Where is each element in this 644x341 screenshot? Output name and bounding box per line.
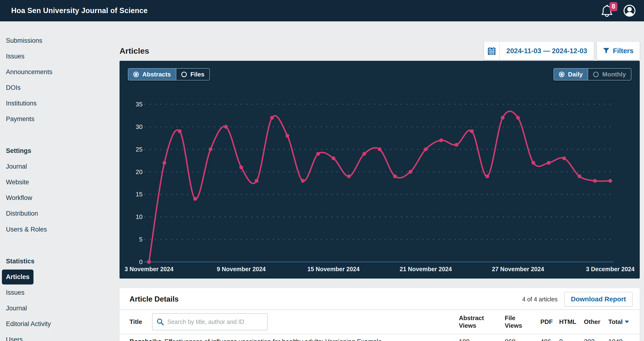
- toggle-monthly-label: Monthly: [602, 71, 626, 78]
- sidebar-item-distribution[interactable]: Distribution: [2, 206, 42, 221]
- cell-total: 1048: [608, 338, 636, 341]
- column-total-label: Total: [608, 318, 622, 326]
- column-abstract-views: Abstract Views: [459, 314, 505, 330]
- column-pdf: PDF: [540, 318, 559, 326]
- metric-toggle: Abstracts Files: [128, 68, 210, 80]
- articles-count-label: 4 of 4 articles: [522, 296, 558, 303]
- article-author: Bozsheiko: [130, 338, 162, 341]
- cell-abstract-views: 180: [459, 338, 505, 341]
- article-search-box: [152, 313, 268, 330]
- chart-controls: Abstracts Files Daily Monthly: [128, 68, 632, 80]
- cell-pdf: 486: [540, 338, 559, 341]
- calendar-icon: [488, 46, 496, 55]
- column-title: Title: [130, 318, 142, 326]
- cell-other: 382: [584, 338, 608, 341]
- sidebar-item-payments[interactable]: Payments: [2, 112, 38, 127]
- toggle-daily[interactable]: Daily: [554, 69, 588, 80]
- sidebar-item-issues[interactable]: Issues: [2, 49, 28, 64]
- column-file-views: File Views: [505, 314, 540, 330]
- svg-text:15 November 2024: 15 November 2024: [308, 266, 360, 272]
- svg-text:27 November 2024: 27 November 2024: [492, 266, 544, 272]
- sidebar: Submissions Issues Announcements DOIs In…: [0, 21, 120, 341]
- sidebar-item-submissions[interactable]: Submissions: [2, 33, 46, 48]
- toggle-monthly[interactable]: Monthly: [588, 69, 631, 80]
- sidebar-item-stats-users[interactable]: Users: [2, 332, 27, 341]
- filter-icon: [603, 48, 609, 54]
- radio-selected-icon: [133, 72, 139, 77]
- abstract-views-chart-panel: Abstracts Files Daily Monthly: [120, 61, 640, 279]
- calendar-icon-cell: [484, 42, 500, 60]
- sidebar-item-settings-journal[interactable]: Journal: [2, 159, 31, 174]
- search-icon: [156, 318, 164, 325]
- top-actions: 8: [601, 4, 637, 17]
- filters-button[interactable]: Filters: [597, 42, 640, 60]
- sidebar-item-stats-articles[interactable]: Articles: [2, 270, 34, 285]
- sidebar-item-editorial-activity[interactable]: Editorial Activity: [2, 317, 55, 332]
- article-title: Effectiveness of influenza vaccination f…: [164, 338, 382, 341]
- interval-toggle: Daily Monthly: [554, 68, 632, 80]
- notification-badge: 8: [610, 2, 618, 11]
- svg-text:25: 25: [136, 146, 142, 153]
- radio-unselected-icon: [593, 72, 598, 77]
- user-avatar-icon: [623, 4, 636, 17]
- date-range-value: 2024-11-03 — 2024-12-03: [500, 47, 594, 55]
- svg-text:0: 0: [139, 258, 142, 266]
- main-content: Articles: [120, 21, 640, 341]
- top-bar: Hoa Sen University Journal of Science 8: [0, 0, 644, 21]
- notifications-button[interactable]: 8: [601, 4, 614, 17]
- download-report-button[interactable]: Download Report: [564, 292, 632, 307]
- toolbar: 2024-11-03 — 2024-12-03 Filters: [484, 42, 640, 60]
- article-search-input[interactable]: [167, 319, 263, 325]
- filters-label: Filters: [613, 47, 634, 55]
- svg-text:10: 10: [136, 213, 142, 220]
- sidebar-item-workflow[interactable]: Workflow: [2, 190, 36, 205]
- page-title: Articles: [120, 46, 149, 55]
- column-total-sort[interactable]: Total: [608, 318, 636, 326]
- sidebar-item-stats-journal[interactable]: Journal: [2, 301, 31, 316]
- sort-desc-icon: [625, 321, 629, 323]
- svg-text:15: 15: [136, 191, 142, 198]
- sidebar-section-settings: Settings: [2, 143, 36, 158]
- article-details-panel: Article Details 4 of 4 articles Download…: [120, 288, 640, 341]
- sidebar-section-statistics: Statistics: [2, 254, 38, 269]
- column-other: Other: [584, 318, 608, 326]
- article-row: BozsheikoEffectiveness of influenza vacc…: [120, 334, 640, 341]
- svg-text:21 November 2024: 21 November 2024: [400, 266, 452, 272]
- svg-text:9 November 2024: 9 November 2024: [217, 266, 266, 272]
- sidebar-gap: [2, 238, 117, 254]
- svg-text:5: 5: [139, 236, 142, 243]
- table-header-row: Title Abstract Views File Views PDF HTML…: [120, 310, 640, 334]
- svg-text:3 November 2024: 3 November 2024: [124, 266, 174, 272]
- radio-selected-icon: [559, 72, 564, 77]
- svg-text:35: 35: [136, 101, 142, 108]
- sidebar-item-users-roles[interactable]: Users & Roles: [2, 222, 51, 237]
- toggle-abstracts-label: Abstracts: [142, 71, 171, 78]
- app-title: Hoa Sen University Journal of Science: [11, 6, 601, 15]
- article-details-title: Article Details: [130, 295, 179, 304]
- svg-text:20: 20: [136, 168, 142, 175]
- toggle-daily-label: Daily: [568, 71, 583, 78]
- sidebar-item-stats-issues[interactable]: Issues: [2, 285, 28, 300]
- column-html: HTML: [559, 318, 584, 326]
- sidebar-item-website[interactable]: Website: [2, 175, 33, 190]
- toggle-files-label: Files: [190, 71, 204, 78]
- sidebar-item-institutions[interactable]: Institutions: [2, 96, 41, 111]
- radio-unselected-icon: [181, 72, 187, 77]
- date-range-button[interactable]: 2024-11-03 — 2024-12-03: [484, 42, 594, 60]
- svg-text:30: 30: [136, 123, 142, 130]
- cell-file-views: 868: [505, 338, 540, 341]
- sidebar-item-announcements[interactable]: Announcements: [2, 65, 56, 79]
- toggle-abstracts[interactable]: Abstracts: [128, 69, 176, 80]
- sidebar-item-dois[interactable]: DOIs: [2, 80, 25, 95]
- svg-text:3 December 2024: 3 December 2024: [586, 266, 634, 272]
- daily-abstract-views-line-chart[interactable]: 051015202530353 November 20249 November …: [120, 61, 640, 279]
- cell-html: 0: [559, 338, 584, 341]
- toggle-files[interactable]: Files: [176, 69, 209, 80]
- user-menu-button[interactable]: [623, 4, 636, 17]
- sidebar-gap: [2, 127, 117, 143]
